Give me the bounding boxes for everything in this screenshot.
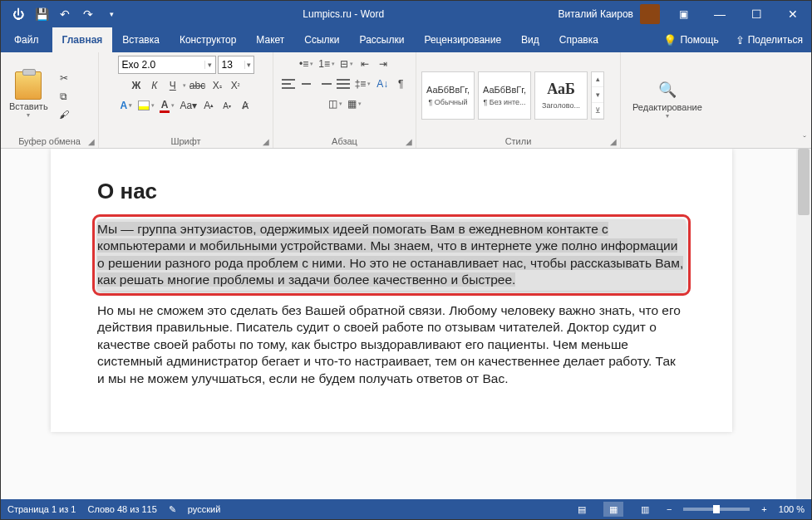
zoom-slider-knob[interactable]: [713, 505, 720, 513]
sort-button[interactable]: A↓: [374, 76, 391, 92]
chevron-down-icon[interactable]: ▾: [244, 61, 253, 69]
share-label: Поделиться: [748, 34, 803, 46]
cut-icon[interactable]: ✂: [55, 71, 73, 86]
chevron-down-icon[interactable]: ▾: [204, 61, 215, 69]
bullets-button[interactable]: •≡: [298, 56, 315, 72]
shrink-font-button[interactable]: A▾: [219, 97, 235, 114]
ribbon-display-options-icon[interactable]: ▣: [665, 8, 701, 20]
tab-help[interactable]: Справка: [549, 27, 608, 52]
subscript-button[interactable]: X₂: [209, 77, 225, 94]
tab-mailings[interactable]: Рассылки: [350, 27, 415, 52]
align-left-button[interactable]: [280, 76, 297, 92]
align-right-button[interactable]: [317, 76, 333, 92]
doc-paragraph-selected[interactable]: Мы — группа энтузиастов, одержимых идеей…: [97, 219, 686, 291]
italic-button[interactable]: К: [146, 77, 163, 94]
close-button[interactable]: ✕: [775, 1, 811, 27]
format-painter-icon[interactable]: 🖌: [55, 107, 73, 122]
minimize-button[interactable]: —: [701, 1, 738, 27]
autosave-icon[interactable]: ⏻: [9, 5, 27, 23]
vertical-scrollbar[interactable]: [796, 149, 811, 499]
superscript-button[interactable]: X²: [227, 77, 244, 94]
style-heading1[interactable]: АаБ Заголово...: [534, 71, 588, 120]
text-effects-button[interactable]: A: [118, 97, 135, 114]
shading-button[interactable]: ◫: [327, 96, 344, 112]
justify-button[interactable]: [335, 76, 352, 92]
language-indicator[interactable]: русский: [188, 504, 220, 514]
font-color-button[interactable]: A: [158, 97, 177, 114]
styles-dialog-launcher[interactable]: ◢: [610, 137, 617, 146]
tab-layout[interactable]: Макет: [246, 27, 294, 52]
tab-insert[interactable]: Вставка: [112, 27, 170, 52]
user-avatar-icon[interactable]: [640, 4, 660, 24]
user-name[interactable]: Виталий Каиров: [558, 8, 633, 20]
qa-customize-icon[interactable]: ▾: [102, 5, 121, 23]
font-size-combo[interactable]: ▾: [218, 56, 254, 74]
collapse-ribbon-icon[interactable]: ˇ: [803, 135, 806, 145]
gallery-more-icon[interactable]: ⊻: [592, 103, 603, 119]
page-indicator[interactable]: Страница 1 из 1: [7, 504, 76, 514]
group-editing: 🔍 Редактирование ▾: [621, 52, 721, 148]
zoom-slider[interactable]: [683, 508, 750, 511]
paragraph-group-label: Абзац: [332, 136, 357, 146]
multilevel-button[interactable]: ⊟: [338, 56, 355, 72]
maximize-button[interactable]: ☐: [738, 1, 775, 27]
line-spacing-button[interactable]: ‡≡: [353, 76, 373, 92]
styles-group-label: Стили: [505, 136, 532, 146]
decrease-indent-button[interactable]: ⇤: [357, 56, 373, 72]
increase-indent-button[interactable]: ⇥: [375, 56, 391, 72]
spellcheck-icon[interactable]: ✎: [169, 504, 176, 515]
tab-file[interactable]: Файл: [1, 27, 52, 52]
style-nospacing[interactable]: АаБбВвГг, ¶ Без инте...: [478, 71, 531, 120]
underline-more[interactable]: ▾: [183, 82, 186, 89]
numbering-button[interactable]: 1≡: [317, 56, 337, 72]
zoom-in-button[interactable]: +: [761, 504, 766, 514]
gallery-up-icon[interactable]: ▴: [592, 72, 603, 88]
change-case-button[interactable]: Aa▾: [178, 97, 199, 114]
paragraph-dialog-launcher[interactable]: ◢: [406, 137, 412, 146]
search-icon: 🔍: [658, 81, 677, 99]
styles-gallery-scroll[interactable]: ▴ ▾ ⊻: [591, 71, 604, 120]
document-page[interactable]: О нас Мы — группа энтузиастов, одержимых…: [51, 149, 732, 432]
font-dialog-launcher[interactable]: ◢: [263, 137, 269, 146]
tab-review[interactable]: Рецензирование: [414, 27, 511, 52]
redo-icon[interactable]: ↷: [79, 5, 97, 23]
underline-button[interactable]: Ч: [165, 77, 181, 94]
print-layout-icon[interactable]: ▦: [603, 502, 623, 517]
save-icon[interactable]: 💾: [32, 5, 51, 23]
web-layout-icon[interactable]: ▥: [635, 502, 655, 517]
font-size-input[interactable]: [219, 59, 245, 71]
undo-icon[interactable]: ↶: [56, 5, 74, 23]
word-count[interactable]: Слово 48 из 115: [87, 504, 156, 514]
read-mode-icon[interactable]: ▤: [572, 502, 592, 517]
paste-button[interactable]: Вставить ▾: [6, 70, 52, 120]
doc-heading[interactable]: О нас: [97, 179, 686, 204]
share-button[interactable]: ⇪Поделиться: [727, 27, 811, 52]
selected-text: Мы — группа энтузиастов, одержимых идеей…: [97, 222, 683, 287]
grow-font-button[interactable]: A▴: [200, 97, 217, 114]
copy-icon[interactable]: ⧉: [55, 89, 73, 104]
zoom-level[interactable]: 100 %: [779, 504, 805, 514]
bold-button[interactable]: Ж: [128, 77, 145, 94]
highlight-button[interactable]: [136, 97, 156, 114]
strikethrough-button[interactable]: abc: [188, 77, 207, 94]
clear-formatting-button[interactable]: A̷: [237, 97, 253, 114]
tab-references[interactable]: Ссылки: [294, 27, 349, 52]
ribbon: Вставить ▾ ✂ ⧉ 🖌 Буфер обмена◢ ▾ ▾ Ж К Ч…: [1, 52, 811, 149]
tell-me-button[interactable]: 💡Помощь: [655, 27, 726, 52]
editing-button[interactable]: 🔍 Редактирование ▾: [626, 77, 709, 123]
show-marks-button[interactable]: ¶: [392, 76, 409, 92]
style-normal[interactable]: АаБбВвГг, ¶ Обычный: [421, 71, 475, 120]
doc-paragraph[interactable]: Но мы не сможем это сделать без Вашей об…: [97, 302, 686, 387]
tab-home[interactable]: Главная: [52, 27, 113, 52]
title-bar: ⏻ 💾 ↶ ↷ ▾ Lumpics.ru - Word Виталий Каир…: [1, 1, 811, 27]
font-name-combo[interactable]: ▾: [118, 56, 216, 74]
gallery-down-icon[interactable]: ▾: [592, 87, 603, 103]
borders-button[interactable]: ▦: [346, 96, 363, 112]
clipboard-dialog-launcher[interactable]: ◢: [88, 137, 95, 146]
tab-view[interactable]: Вид: [511, 27, 549, 52]
zoom-out-button[interactable]: −: [667, 504, 672, 514]
font-name-input[interactable]: [119, 59, 205, 71]
tab-design[interactable]: Конструктор: [170, 27, 246, 52]
align-center-button[interactable]: [298, 76, 315, 92]
scrollbar-thumb[interactable]: [798, 149, 810, 215]
